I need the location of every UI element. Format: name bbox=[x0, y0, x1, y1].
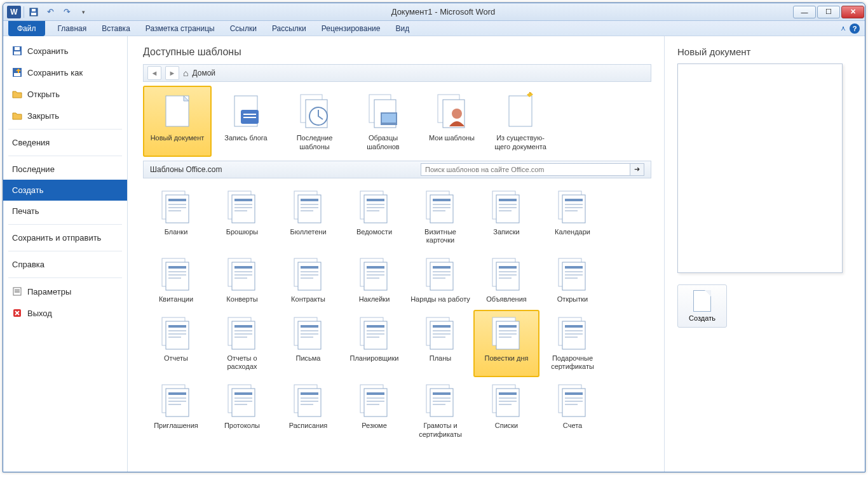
category-label: Планы bbox=[430, 354, 451, 363]
tab-home[interactable]: Главная bbox=[50, 22, 95, 36]
category-item[interactable]: Конверты bbox=[209, 251, 275, 310]
tab-file[interactable]: Файл bbox=[8, 21, 45, 36]
backstage-main: Доступные шаблоны ◄ ► ⌂ Домой Новый доку… bbox=[128, 36, 865, 472]
create-button[interactable]: Создать bbox=[677, 284, 727, 328]
category-item[interactable]: Записки bbox=[473, 183, 539, 251]
nav-new[interactable]: Создать bbox=[3, 180, 127, 201]
qat-customize-icon[interactable]: ▾ bbox=[76, 6, 90, 18]
category-item[interactable]: Открытки bbox=[539, 251, 606, 310]
close-button[interactable]: ✕ bbox=[841, 6, 864, 18]
svg-rect-192 bbox=[565, 392, 583, 395]
nav-save-as[interactable]: Сохранить как bbox=[3, 62, 127, 83]
category-item[interactable]: Отчеты bbox=[143, 310, 209, 377]
category-item[interactable]: Планы bbox=[407, 310, 473, 377]
template-my-tpl[interactable]: Мои шаблоны bbox=[417, 86, 486, 157]
category-item[interactable]: Ведомости bbox=[341, 183, 407, 251]
tab-page-layout[interactable]: Разметка страницы bbox=[138, 22, 222, 36]
category-item[interactable]: Контракты bbox=[275, 251, 341, 310]
category-label: Контракты bbox=[291, 295, 325, 303]
svg-rect-164 bbox=[234, 401, 252, 402]
undo-icon[interactable]: ↶ bbox=[43, 6, 57, 18]
category-item[interactable]: Подарочные сертификаты bbox=[539, 310, 606, 377]
svg-rect-146 bbox=[499, 333, 517, 335]
category-item[interactable]: Календари bbox=[539, 183, 606, 251]
svg-rect-165 bbox=[234, 404, 247, 405]
category-item[interactable]: Повестки дня bbox=[473, 310, 539, 377]
nav-back-button[interactable]: ◄ bbox=[147, 66, 161, 80]
template-new-doc[interactable]: Новый документ bbox=[143, 86, 212, 157]
category-item[interactable]: Наклейки bbox=[341, 251, 407, 310]
minimize-button[interactable]: — bbox=[793, 6, 816, 18]
category-item[interactable]: Наряды на работу bbox=[407, 251, 473, 310]
category-item[interactable]: Протоколы bbox=[209, 377, 275, 444]
nav-forward-button[interactable]: ► bbox=[165, 66, 179, 80]
search-input[interactable] bbox=[421, 163, 630, 176]
word-app-icon[interactable]: W bbox=[7, 6, 21, 18]
template-recent-tpl[interactable]: Последние шаблоны bbox=[280, 86, 349, 157]
category-item[interactable]: Расписания bbox=[275, 377, 341, 444]
nav-exit[interactable]: Выход bbox=[3, 302, 127, 324]
redo-icon[interactable]: ↷ bbox=[60, 6, 74, 18]
folder-icon bbox=[354, 187, 395, 225]
category-item[interactable]: Бланки bbox=[143, 183, 209, 251]
nav-open[interactable]: Открыть bbox=[3, 83, 127, 105]
search-go-button[interactable]: ➜ bbox=[630, 163, 644, 176]
category-item[interactable]: Письма bbox=[275, 310, 341, 377]
svg-rect-69 bbox=[565, 210, 578, 211]
nav-save[interactable]: Сохранить bbox=[3, 40, 127, 62]
section-label: Шаблоны Office.com bbox=[150, 165, 222, 174]
nav-info[interactable]: Сведения bbox=[3, 132, 127, 153]
tab-view[interactable]: Вид bbox=[388, 22, 417, 36]
folder-icon bbox=[222, 255, 262, 293]
svg-rect-111 bbox=[565, 277, 578, 279]
category-item[interactable]: Приглашения bbox=[143, 377, 209, 444]
tab-insert[interactable]: Вставка bbox=[94, 22, 138, 36]
svg-rect-145 bbox=[499, 330, 517, 331]
help-icon[interactable]: ? bbox=[850, 23, 860, 34]
tab-mailings[interactable]: Рассылки bbox=[264, 22, 314, 36]
svg-rect-91 bbox=[367, 271, 384, 272]
category-label: Объявления bbox=[486, 295, 527, 303]
nav-recent[interactable]: Последние bbox=[3, 159, 127, 180]
nav-close[interactable]: Закрыть bbox=[3, 105, 127, 126]
home-icon[interactable]: ⌂ bbox=[183, 68, 188, 78]
nav-help[interactable]: Справка bbox=[3, 254, 127, 275]
svg-rect-194 bbox=[565, 401, 583, 402]
category-item[interactable]: Планировщики bbox=[341, 310, 407, 377]
category-item[interactable]: Объявления bbox=[473, 251, 539, 310]
folder-icon bbox=[354, 381, 395, 419]
category-item[interactable]: Брошюры bbox=[209, 183, 275, 251]
category-item[interactable]: Квитанции bbox=[143, 251, 209, 310]
nav-label: Выход bbox=[27, 309, 52, 318]
category-scroll[interactable]: БланкиБрошюрыБюллетениВедомостиВизитные … bbox=[143, 178, 661, 472]
category-item[interactable]: Счета bbox=[539, 377, 606, 444]
template-from-existing[interactable]: Из существую-щего документа bbox=[486, 86, 555, 157]
template-sample-tpl[interactable]: Образцы шаблонов bbox=[349, 86, 417, 157]
category-item[interactable]: Отчеты о расходах bbox=[209, 310, 275, 377]
category-label: Приглашения bbox=[154, 422, 198, 430]
folder-icon bbox=[552, 314, 593, 352]
svg-rect-159 bbox=[168, 404, 181, 405]
tab-references[interactable]: Ссылки bbox=[222, 22, 264, 36]
nav-share[interactable]: Сохранить и отправить bbox=[3, 227, 127, 248]
window-controls: — ☐ ✕ bbox=[792, 4, 865, 20]
category-item[interactable]: Визитные карточки bbox=[407, 183, 473, 251]
svg-rect-15 bbox=[243, 114, 256, 115]
save-icon[interactable] bbox=[27, 6, 41, 18]
category-item[interactable]: Списки bbox=[473, 377, 539, 444]
tab-review[interactable]: Рецензирование bbox=[314, 22, 388, 36]
maximize-button[interactable]: ☐ bbox=[817, 6, 840, 18]
svg-rect-151 bbox=[565, 330, 583, 331]
svg-rect-122 bbox=[234, 333, 252, 335]
breadcrumb-home[interactable]: Домой bbox=[192, 69, 215, 77]
category-item[interactable]: Бюллетени bbox=[275, 183, 341, 251]
minimize-ribbon-icon[interactable]: ⋏ bbox=[841, 24, 846, 32]
nav-print[interactable]: Печать bbox=[3, 201, 127, 222]
svg-rect-109 bbox=[565, 271, 583, 272]
svg-rect-42 bbox=[301, 199, 318, 201]
template-blog[interactable]: Запись блога bbox=[212, 86, 280, 157]
category-label: Бланки bbox=[165, 228, 188, 236]
category-item[interactable]: Резюме bbox=[341, 377, 407, 444]
nav-options[interactable]: Параметры bbox=[3, 281, 127, 302]
category-item[interactable]: Грамоты и сертификаты bbox=[407, 377, 473, 444]
